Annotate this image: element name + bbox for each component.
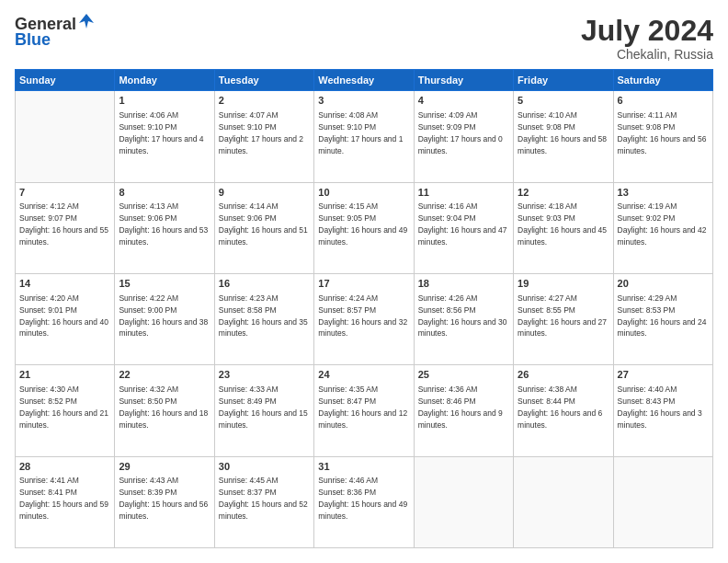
date-number: 8 [119, 186, 210, 200]
calendar-week-row: 7 Sunrise: 4:12 AM Sunset: 9:07 PM Dayli… [16, 182, 713, 273]
table-row: 28 Sunrise: 4:41 AM Sunset: 8:41 PM Dayl… [16, 456, 115, 547]
sunrise-text: Sunrise: 4:12 AM [19, 201, 79, 211]
sunrise-text: Sunrise: 4:26 AM [418, 293, 478, 303]
table-row: 16 Sunrise: 4:23 AM Sunset: 8:58 PM Dayl… [214, 273, 313, 364]
date-number: 11 [418, 186, 509, 200]
sunrise-text: Sunrise: 4:10 AM [518, 110, 577, 120]
daylight-text: Daylight: 16 hours and 18 minutes. [119, 408, 208, 430]
sunset-text: Sunset: 8:36 PM [318, 488, 376, 497]
daylight-text: Daylight: 16 hours and 6 minutes. [518, 408, 602, 430]
sunset-text: Sunset: 9:02 PM [618, 213, 676, 223]
sunrise-text: Sunrise: 4:29 AM [618, 293, 677, 303]
sunrise-text: Sunrise: 4:36 AM [418, 385, 478, 394]
daylight-text: Daylight: 16 hours and 24 minutes. [618, 317, 707, 339]
calendar-week-row: 21 Sunrise: 4:30 AM Sunset: 8:52 PM Dayl… [16, 365, 713, 456]
date-number: 12 [518, 186, 609, 200]
daylight-text: Daylight: 16 hours and 12 minutes. [318, 408, 407, 430]
daylight-text: Daylight: 16 hours and 42 minutes. [618, 225, 707, 247]
sunrise-text: Sunrise: 4:08 AM [318, 110, 378, 120]
table-row: 2 Sunrise: 4:07 AM Sunset: 9:10 PM Dayli… [214, 91, 313, 182]
sunset-text: Sunset: 8:52 PM [19, 396, 77, 406]
sunset-text: Sunset: 8:58 PM [219, 305, 277, 315]
col-saturday: Saturday [613, 70, 712, 91]
date-number: 17 [318, 277, 409, 291]
table-row: 3 Sunrise: 4:08 AM Sunset: 9:10 PM Dayli… [314, 91, 414, 182]
table-row: 22 Sunrise: 4:32 AM Sunset: 8:50 PM Dayl… [115, 365, 214, 456]
table-row: 30 Sunrise: 4:45 AM Sunset: 8:37 PM Dayl… [214, 456, 313, 547]
table-row: 8 Sunrise: 4:13 AM Sunset: 9:06 PM Dayli… [115, 182, 214, 273]
date-number: 13 [618, 186, 709, 200]
daylight-text: Daylight: 16 hours and 15 minutes. [219, 408, 308, 430]
table-row: 24 Sunrise: 4:35 AM Sunset: 8:47 PM Dayl… [314, 365, 414, 456]
calendar-week-row: 1 Sunrise: 4:06 AM Sunset: 9:10 PM Dayli… [16, 91, 713, 182]
date-number: 5 [518, 94, 609, 108]
table-row: 17 Sunrise: 4:24 AM Sunset: 8:57 PM Dayl… [314, 273, 414, 364]
date-number: 28 [19, 460, 110, 474]
daylight-text: Daylight: 16 hours and 51 minutes. [219, 225, 308, 247]
table-row: 6 Sunrise: 4:11 AM Sunset: 9:08 PM Dayli… [613, 91, 712, 182]
date-number: 27 [618, 368, 709, 382]
daylight-text: Daylight: 15 hours and 56 minutes. [119, 500, 208, 521]
date-number: 18 [418, 277, 509, 291]
date-number: 25 [418, 368, 509, 382]
daylight-text: Daylight: 16 hours and 55 minutes. [19, 225, 108, 247]
sunset-text: Sunset: 8:47 PM [318, 396, 376, 406]
col-sunday: Sunday [16, 70, 115, 91]
daylight-text: Daylight: 17 hours and 2 minutes. [219, 134, 303, 155]
daylight-text: Daylight: 16 hours and 49 minutes. [318, 225, 407, 247]
sunrise-text: Sunrise: 4:19 AM [618, 201, 677, 211]
daylight-text: Daylight: 16 hours and 35 minutes. [219, 317, 308, 339]
sunrise-text: Sunrise: 4:30 AM [19, 385, 79, 394]
calendar-week-row: 28 Sunrise: 4:41 AM Sunset: 8:41 PM Dayl… [16, 456, 713, 547]
sunrise-text: Sunrise: 4:24 AM [318, 293, 378, 303]
sunset-text: Sunset: 9:06 PM [219, 213, 277, 223]
sunrise-text: Sunrise: 4:45 AM [219, 476, 279, 485]
sunrise-text: Sunrise: 4:22 AM [119, 293, 178, 303]
title-block: July 2024 Chekalin, Russia [581, 15, 713, 62]
sunrise-text: Sunrise: 4:27 AM [518, 293, 577, 303]
date-number: 10 [318, 186, 409, 200]
date-number: 23 [219, 368, 310, 382]
sunset-text: Sunset: 8:39 PM [119, 488, 176, 497]
table-row: 27 Sunrise: 4:40 AM Sunset: 8:43 PM Dayl… [613, 365, 712, 456]
daylight-text: Daylight: 17 hours and 1 minute. [318, 134, 403, 155]
date-number: 30 [219, 460, 310, 474]
table-row: 10 Sunrise: 4:15 AM Sunset: 9:05 PM Dayl… [314, 182, 414, 273]
daylight-text: Daylight: 16 hours and 30 minutes. [418, 317, 507, 339]
table-row: 18 Sunrise: 4:26 AM Sunset: 8:56 PM Dayl… [414, 273, 513, 364]
sunrise-text: Sunrise: 4:43 AM [119, 476, 178, 485]
sunrise-text: Sunrise: 4:35 AM [318, 385, 378, 394]
sunrise-text: Sunrise: 4:13 AM [119, 201, 178, 211]
sunset-text: Sunset: 8:53 PM [618, 305, 676, 315]
daylight-text: Daylight: 16 hours and 38 minutes. [119, 317, 208, 339]
sunrise-text: Sunrise: 4:46 AM [318, 476, 378, 485]
sunset-text: Sunset: 9:08 PM [518, 122, 575, 132]
table-row: 1 Sunrise: 4:06 AM Sunset: 9:10 PM Dayli… [115, 91, 214, 182]
sunset-text: Sunset: 9:08 PM [618, 122, 676, 132]
daylight-text: Daylight: 15 hours and 49 minutes. [318, 500, 407, 521]
daylight-text: Daylight: 16 hours and 45 minutes. [518, 225, 607, 247]
sunset-text: Sunset: 8:37 PM [219, 488, 277, 497]
table-row [414, 456, 513, 547]
date-number: 26 [518, 368, 609, 382]
col-monday: Monday [115, 70, 214, 91]
table-row: 4 Sunrise: 4:09 AM Sunset: 9:09 PM Dayli… [414, 91, 513, 182]
table-row: 31 Sunrise: 4:46 AM Sunset: 8:36 PM Dayl… [314, 456, 414, 547]
date-number: 2 [219, 94, 310, 108]
sunrise-text: Sunrise: 4:07 AM [219, 110, 279, 120]
sunset-text: Sunset: 9:00 PM [119, 305, 176, 315]
sunrise-text: Sunrise: 4:09 AM [418, 110, 478, 120]
logo-icon [77, 12, 96, 30]
logo: General Blue [15, 15, 96, 50]
svg-marker-0 [79, 14, 94, 29]
calendar-table: Sunday Monday Tuesday Wednesday Thursday… [15, 69, 713, 548]
sunrise-text: Sunrise: 4:33 AM [219, 385, 279, 394]
page: General Blue July 2024 Chekalin, Russia … [0, 0, 728, 563]
sunset-text: Sunset: 8:55 PM [518, 305, 575, 315]
table-row: 29 Sunrise: 4:43 AM Sunset: 8:39 PM Dayl… [115, 456, 214, 547]
sunrise-text: Sunrise: 4:14 AM [219, 201, 279, 211]
daylight-text: Daylight: 16 hours and 53 minutes. [119, 225, 208, 247]
sunset-text: Sunset: 9:09 PM [418, 122, 476, 132]
date-number: 21 [19, 368, 110, 382]
sunrise-text: Sunrise: 4:15 AM [318, 201, 378, 211]
